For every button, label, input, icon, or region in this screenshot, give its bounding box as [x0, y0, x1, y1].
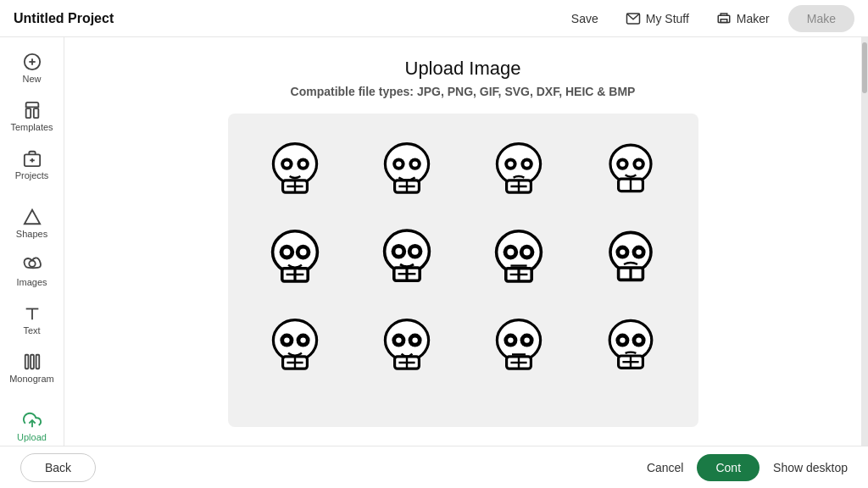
skull-4 — [580, 130, 682, 208]
svg-rect-6 — [25, 108, 31, 118]
svg-point-66 — [496, 231, 541, 274]
make-button[interactable]: Make — [788, 5, 854, 32]
template-icon — [23, 101, 42, 119]
sidebar: New Templates Projects Shapes — [0, 37, 64, 446]
content-area: Upload Image Compatible file types: JPG,… — [64, 37, 861, 446]
svg-point-57 — [300, 249, 307, 256]
svg-point-73 — [523, 249, 530, 256]
continue-button[interactable]: Cont — [697, 454, 760, 481]
footer-right-actions: Cancel Cont Show desktop — [647, 454, 848, 481]
svg-point-48 — [620, 161, 625, 166]
sidebar-item-shapes[interactable]: Shapes — [0, 201, 64, 246]
svg-point-27 — [386, 144, 429, 185]
svg-point-103 — [508, 337, 513, 342]
sidebar-item-new-label: New — [22, 74, 41, 84]
upload-area: Upload Image Compatible file types: JPG,… — [64, 37, 861, 446]
svg-point-89 — [386, 320, 429, 361]
skull-grid — [245, 130, 682, 385]
sidebar-item-shapes-label: Shapes — [16, 229, 47, 239]
maker-label: Maker — [737, 12, 770, 25]
sidebar-item-images[interactable]: Images — [0, 249, 64, 294]
skull-8 — [580, 219, 682, 297]
sidebar-item-monogram-label: Monogram — [9, 374, 54, 384]
sidebar-item-text[interactable]: Text — [0, 297, 64, 342]
sidebar-item-projects-label: Projects — [15, 170, 49, 180]
image-preview-box[interactable] — [228, 114, 698, 427]
show-desktop-button[interactable]: Show desktop — [773, 461, 848, 474]
svg-point-80 — [636, 249, 641, 254]
skull-1 — [245, 130, 347, 208]
skull-7 — [468, 219, 570, 297]
skull-5 — [245, 219, 347, 297]
scrollbar-thumb[interactable] — [862, 42, 867, 93]
svg-marker-11 — [24, 210, 39, 225]
skull-11 — [468, 307, 570, 385]
skull-12 — [580, 307, 682, 385]
main-layout: New Templates Projects Shapes — [0, 37, 868, 446]
svg-point-96 — [413, 337, 418, 342]
sidebar-item-images-label: Images — [16, 277, 47, 287]
svg-point-79 — [620, 249, 625, 254]
skull-9 — [245, 307, 347, 385]
svg-point-64 — [396, 248, 403, 255]
svg-point-33 — [396, 161, 401, 166]
svg-rect-7 — [33, 108, 38, 118]
svg-point-56 — [284, 249, 291, 256]
upload-icon — [23, 411, 42, 430]
sidebar-item-templates[interactable]: Templates — [0, 94, 64, 139]
svg-point-88 — [301, 337, 306, 342]
subtitle-prefix: Compatible file types: — [291, 85, 417, 98]
text-icon — [23, 304, 42, 323]
svg-point-41 — [508, 161, 513, 166]
printer-icon — [716, 11, 732, 26]
svg-point-72 — [507, 249, 514, 256]
upload-title: Upload Image — [405, 58, 521, 80]
footer: Back Cancel Cont Show desktop — [0, 446, 868, 488]
svg-rect-17 — [36, 355, 39, 369]
header: Untitled Project Save My Stuff Maker Mak… — [0, 0, 868, 37]
my-stuff-label: My Stuff — [646, 12, 689, 25]
sidebar-item-monogram[interactable]: Monogram — [0, 346, 64, 391]
svg-point-42 — [524, 161, 529, 166]
project-title: Untitled Project — [14, 11, 114, 26]
svg-point-111 — [620, 337, 625, 342]
svg-point-12 — [29, 261, 35, 267]
sidebar-item-text-label: Text — [23, 325, 40, 336]
envelope-icon — [626, 11, 641, 26]
svg-point-49 — [636, 161, 641, 166]
shapes-icon — [23, 208, 42, 226]
sidebar-item-upload-label: Upload — [17, 432, 47, 442]
skull-10 — [356, 307, 458, 385]
sidebar-item-templates-label: Templates — [10, 122, 53, 132]
subtitle-types: JPG, PNG, GIF, SVG, DXF, HEIC & BMP — [417, 85, 636, 98]
my-stuff-button[interactable]: My Stuff — [617, 6, 698, 31]
svg-point-25 — [285, 161, 290, 166]
svg-point-104 — [524, 337, 529, 342]
scrollbar[interactable] — [861, 37, 868, 446]
upload-subtitle: Compatible file types: JPG, PNG, GIF, SV… — [291, 85, 636, 98]
svg-point-34 — [413, 161, 418, 166]
svg-point-35 — [497, 144, 540, 185]
skull-6 — [356, 219, 458, 297]
svg-point-26 — [301, 161, 306, 166]
sidebar-item-new[interactable]: New — [0, 46, 64, 91]
back-button[interactable]: Back — [20, 453, 96, 482]
cancel-button[interactable]: Cancel — [647, 461, 684, 474]
plus-circle-icon — [23, 53, 42, 71]
maker-button[interactable]: Maker — [708, 6, 778, 31]
save-button[interactable]: Save — [563, 7, 607, 30]
skull-2 — [356, 130, 458, 208]
sidebar-item-projects[interactable]: Projects — [0, 142, 64, 187]
svg-rect-2 — [721, 19, 727, 22]
monogram-icon — [23, 352, 42, 371]
svg-rect-16 — [31, 355, 34, 369]
images-icon — [23, 256, 42, 274]
svg-point-65 — [412, 248, 419, 255]
sidebar-item-upload[interactable]: Upload — [0, 404, 64, 446]
svg-point-95 — [396, 337, 401, 342]
svg-point-87 — [285, 337, 290, 342]
svg-point-112 — [636, 337, 641, 342]
projects-icon — [23, 149, 42, 168]
header-actions: Save My Stuff Maker Make — [563, 5, 854, 32]
skull-3 — [468, 130, 570, 208]
